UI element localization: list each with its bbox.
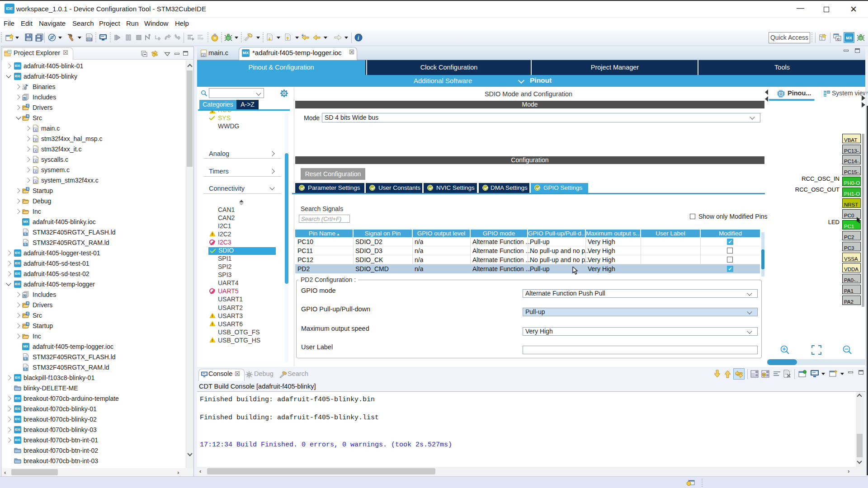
svg-text:C: C (27, 301, 29, 305)
svg-text:C: C (27, 187, 29, 190)
svg-text:.c: .c (202, 53, 205, 56)
svg-text:.c: .c (34, 159, 37, 163)
svg-text:LD: LD (24, 233, 27, 235)
svg-text:C: C (27, 104, 29, 107)
svg-text:LD: LD (24, 368, 27, 371)
svg-text:.c: .c (34, 179, 37, 183)
svg-text:.c: .c (34, 138, 37, 142)
svg-text:LD: LD (24, 357, 27, 360)
svg-text:.c: .c (34, 127, 37, 131)
svg-text:h: h (24, 97, 25, 100)
svg-text:h: h (24, 294, 25, 297)
svg-text:C: C (27, 114, 29, 117)
svg-text:.c: .c (34, 148, 37, 152)
svg-text:C: C (27, 322, 29, 325)
svg-text:C: C (837, 37, 840, 41)
svg-text:010: 010 (87, 38, 92, 41)
svg-text:C: C (27, 312, 29, 315)
svg-text:LD: LD (24, 243, 27, 246)
svg-text:.c: .c (34, 169, 37, 173)
